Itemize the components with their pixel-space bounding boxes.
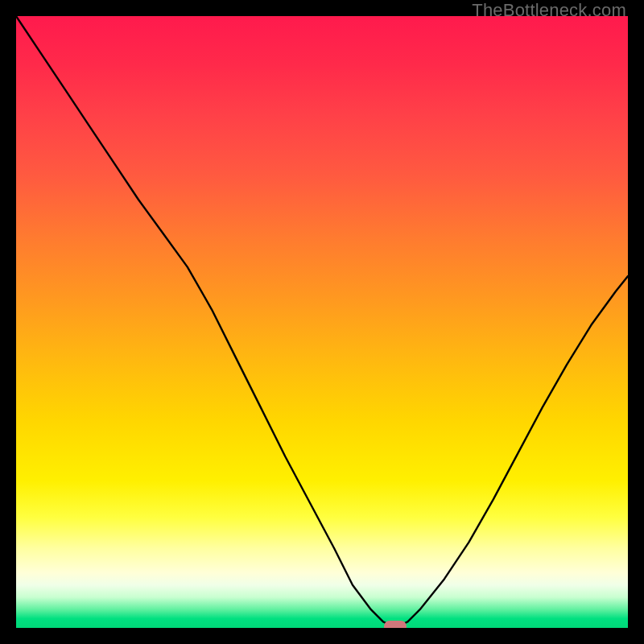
bottleneck-curve bbox=[16, 16, 628, 628]
chart-frame: TheBottleneck.com bbox=[0, 0, 644, 644]
optimal-point-marker bbox=[384, 621, 407, 628]
watermark-text: TheBottleneck.com bbox=[472, 0, 626, 21]
plot-area bbox=[16, 16, 628, 628]
